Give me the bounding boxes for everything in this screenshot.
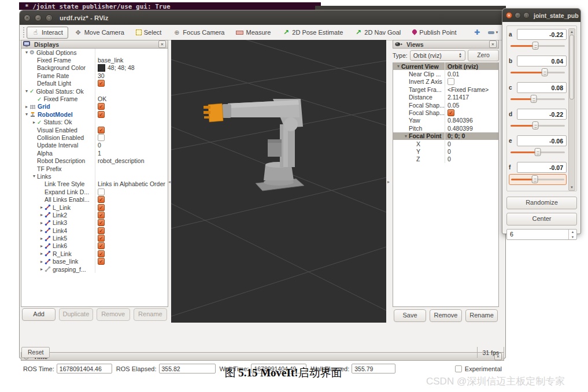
- save-button[interactable]: Save: [394, 309, 426, 322]
- tree-row-link-tree-style[interactable]: Link Tree StyleLinks in Alphabetic Order: [21, 180, 168, 188]
- tree-row-global-status-ok[interactable]: ▾✓Global Status: Ok: [21, 87, 168, 95]
- tool-interact[interactable]: ☝Interact: [27, 27, 68, 39]
- checkbox-visual-enabled[interactable]: ✓: [98, 127, 105, 134]
- jsp-maximize-button[interactable]: ▢: [523, 12, 530, 19]
- tree-row-pitch[interactable]: Pitch0.480399: [393, 124, 498, 132]
- chevron-right-icon[interactable]: ▸: [39, 204, 45, 211]
- checkbox-expand-link-d[interactable]: [98, 188, 105, 195]
- add-button[interactable]: Add: [22, 308, 56, 321]
- checkbox-all-links-enabl[interactable]: ✓: [98, 196, 105, 203]
- time-field-input[interactable]: 1678091404.46: [57, 364, 112, 373]
- slider-handle[interactable]: [531, 95, 537, 103]
- checkbox-invert-z-axis[interactable]: [448, 78, 454, 85]
- tree-row-link6[interactable]: ▸Link6✓: [21, 242, 168, 250]
- scroll-thumb[interactable]: [569, 35, 574, 99]
- tree-row-link4[interactable]: ▸Link4✓: [21, 227, 168, 234]
- checkbox-link4[interactable]: ✓: [98, 227, 105, 234]
- tree-row-global-options[interactable]: ▾⚙Global Options: [21, 49, 168, 56]
- chevron-right-icon[interactable]: ▸: [39, 250, 45, 257]
- tree-row-y[interactable]: Y0: [393, 147, 498, 155]
- tool-2d-nav-goal[interactable]: ↗2D Nav Goal: [349, 27, 406, 39]
- reset-button[interactable]: Reset: [21, 347, 50, 358]
- chevron-right-icon[interactable]: ▸: [39, 258, 45, 265]
- chevron-right-icon[interactable]: ▸: [39, 211, 45, 219]
- view-type-select[interactable]: Orbit (rviz) ▲▼: [410, 50, 465, 61]
- tree-row-link2[interactable]: ▸Link2✓: [21, 211, 168, 219]
- tree-row-grasping-f[interactable]: ▸grasping_f...: [21, 265, 168, 273]
- checkbox-r-link[interactable]: ✓: [98, 250, 105, 257]
- tree-row-z[interactable]: Z0: [393, 156, 498, 163]
- tree-row-background-color[interactable]: Background Color48; 48; 48: [21, 64, 168, 72]
- tree-row-collision-enabled[interactable]: Collision Enabled: [21, 134, 168, 141]
- checkbox-robotmodel[interactable]: ✓: [98, 111, 105, 118]
- chevron-right-icon[interactable]: ▸: [39, 235, 45, 242]
- window-minimize-button[interactable]: –: [35, 14, 42, 21]
- joint-slider-f[interactable]: [509, 174, 567, 185]
- checkbox-collision-enabled[interactable]: [98, 134, 105, 141]
- tree-row-status-ok[interactable]: ▸✓Status: Ok: [21, 119, 168, 126]
- tree-row-focal-shap[interactable]: Focal Shap...✓: [393, 109, 498, 116]
- joint-slider-b[interactable]: [509, 68, 567, 77]
- slider-handle[interactable]: [532, 121, 539, 130]
- tree-row-near-clip[interactable]: Near Clip ...0.01: [393, 70, 498, 77]
- window-close-button[interactable]: ✕: [24, 14, 31, 21]
- jsp-close-button[interactable]: ✕: [506, 12, 512, 19]
- checkbox-l-link[interactable]: ✓: [98, 204, 105, 211]
- displays-close-icon[interactable]: ✕: [158, 40, 166, 48]
- tool-move-camera[interactable]: ✥Move Camera: [69, 27, 130, 39]
- tree-row-grid[interactable]: ▸Grid✓: [21, 103, 168, 110]
- tree-row-fixed-frame[interactable]: Fixed Framebase_link: [21, 56, 168, 64]
- jsp-scrollbar[interactable]: ▲ ▼: [568, 28, 575, 191]
- chevron-down-icon[interactable]: ▾: [24, 110, 29, 118]
- duplicate-button[interactable]: Duplicate: [59, 308, 93, 321]
- remove-button[interactable]: Remove: [97, 308, 130, 321]
- displays-panel-header[interactable]: Displays ✕: [21, 40, 168, 49]
- toolbar-drag-handle[interactable]: [23, 27, 24, 38]
- tool-publish-point[interactable]: Publish Point: [407, 27, 461, 38]
- scroll-up-icon[interactable]: ▲: [569, 29, 575, 35]
- tree-row-yaw[interactable]: Yaw0.840396: [393, 117, 498, 124]
- tool-measure[interactable]: Measure: [231, 27, 276, 38]
- joint-value-field[interactable]: -0.07: [517, 162, 567, 173]
- chevron-right-icon[interactable]: ▸: [39, 227, 45, 234]
- tree-row-focal-point[interactable]: ▾Focal Point0; 0; 0: [393, 132, 498, 140]
- chevron-right-icon[interactable]: ▸: [39, 219, 45, 227]
- checkbox-link2[interactable]: ✓: [98, 212, 105, 219]
- 3d-viewport[interactable]: [171, 40, 386, 323]
- rename-button[interactable]: Rename: [465, 309, 498, 322]
- checkbox-link6[interactable]: ✓: [98, 242, 105, 249]
- tree-row-target-fra[interactable]: Target Fra...<Fixed Frame>: [393, 86, 498, 93]
- chevron-right-icon[interactable]: ▸: [39, 242, 45, 250]
- views-close-icon[interactable]: ✕: [489, 40, 497, 48]
- checkbox-link3[interactable]: ✓: [98, 219, 105, 226]
- tool-2d-pose-estimate[interactable]: ↗2D Pose Estimate: [277, 27, 348, 39]
- chevron-down-icon[interactable]: ▾: [24, 87, 29, 95]
- tree-row-frame-rate[interactable]: Frame Rate30: [21, 72, 168, 79]
- randomize-button[interactable]: Randomize: [506, 197, 577, 209]
- tree-row-update-interval[interactable]: Update Interval0: [21, 142, 168, 149]
- collapse-views-handle[interactable]: ▸: [386, 177, 391, 186]
- joint-value-field[interactable]: 0.04: [517, 56, 567, 66]
- chevron-right-icon[interactable]: ▸: [39, 265, 45, 273]
- tree-row-fixed-frame[interactable]: ✓Fixed FrameOK: [21, 95, 168, 102]
- joint-value-field[interactable]: -0.22: [517, 109, 567, 120]
- tree-row-robotmodel[interactable]: ▾RobotModel✓: [21, 110, 168, 118]
- joint-slider-e[interactable]: [509, 147, 567, 157]
- checkbox-grid[interactable]: ✓: [98, 103, 105, 110]
- window-maximize-button[interactable]: ▢: [46, 14, 53, 21]
- checkbox-link5[interactable]: ✓: [98, 235, 105, 242]
- joint-slider-c[interactable]: [509, 94, 567, 104]
- tree-row-base-link[interactable]: ▸base_link✓: [21, 258, 168, 265]
- tree-row-robot-description[interactable]: Robot Descriptionrobot_description: [21, 157, 168, 164]
- slider-handle[interactable]: [535, 148, 541, 156]
- checkbox-default-light[interactable]: ✓: [98, 80, 105, 87]
- scroll-down-icon[interactable]: ▼: [569, 184, 575, 190]
- joint-slider-d[interactable]: [509, 121, 567, 131]
- views-panel-header[interactable]: Views ✕: [393, 40, 499, 49]
- toolbar-extra-minus-icon[interactable]: ▼: [485, 29, 502, 36]
- tree-row-focal-shap[interactable]: Focal Shap...0.05: [393, 101, 498, 109]
- zero-button[interactable]: Zero: [468, 50, 499, 61]
- chevron-down-icon[interactable]: ▾: [31, 172, 37, 180]
- tree-row-r-link[interactable]: ▸R_Link✓: [21, 250, 168, 257]
- jsp-spinbox[interactable]: 6 ▲▼: [506, 229, 577, 240]
